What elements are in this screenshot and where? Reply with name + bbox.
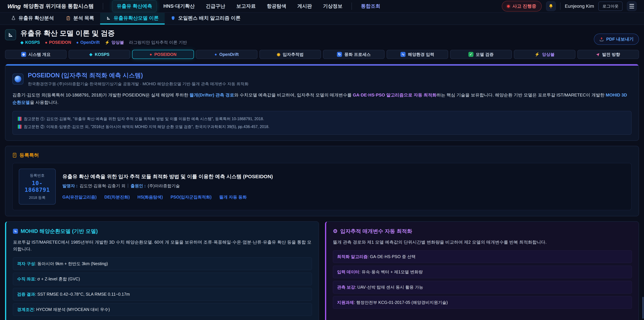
rocket-icon: ➤ bbox=[595, 52, 601, 57]
patent-card: 등록번호 10-1868791 2018 등록 유출유 확산 예측을 위한 입자… bbox=[12, 163, 632, 210]
spec-row: 경계조건: HYCOM 재분석 (MYOCEAN 대비 우수) bbox=[13, 303, 312, 316]
tab-diffusion-model-theory[interactable]: 유출유확산모델 이론 bbox=[100, 13, 165, 25]
divider bbox=[103, 3, 103, 10]
section-pill-kosps[interactable]: ◆ KOSPS bbox=[68, 50, 130, 59]
patent-title: 유출유 확산 예측을 위한 입자 추적 모듈 최적화 방법 및 이를 이용한 예… bbox=[62, 173, 273, 180]
scrollbar-thumb[interactable] bbox=[642, 297, 644, 319]
section-pill-model-validation[interactable]: ✓ 모델 검증 bbox=[450, 50, 512, 59]
incident-dot-icon bbox=[507, 5, 510, 8]
app-logo: Wing bbox=[8, 3, 21, 10]
tab-oil-fence-algorithm-theory[interactable]: 오일펜스 배치 알고리즘 이론 bbox=[165, 13, 246, 25]
spec-row: 격자 구성: 동아시아 9km + 한반도 3km (Nesting) bbox=[13, 257, 312, 270]
scrollbar[interactable] bbox=[642, 0, 644, 320]
wave-icon: ∿ bbox=[400, 52, 406, 57]
brand: Wing 해양환경 위기대응 통합시스템 bbox=[8, 3, 94, 10]
patent-meta: 발명자 : 김도연·김용혁·김충기 외 | 출원인 : (주)아라종합기술 bbox=[62, 183, 273, 189]
patent-section: 등록특허 등록번호 10-1868791 2018 등록 유출유 확산 예측을 … bbox=[5, 146, 639, 216]
incident-label: 사고 진행중 bbox=[512, 3, 536, 9]
section-pill-particle-tracking[interactable]: ◉ 입자추적법 bbox=[260, 50, 321, 59]
spec-row: 입력 데이터: 유속·풍속 벡터 + 제1모델 변화량 bbox=[333, 266, 632, 278]
app-title: 해양환경 위기대응 통합시스템 bbox=[23, 3, 94, 10]
page-title: 유출유 확산 모델 이론 및 검증 bbox=[20, 29, 187, 37]
shield-icon bbox=[171, 16, 176, 21]
tag-de[interactable]: DE(차분진화) bbox=[104, 194, 130, 200]
set-square-icon bbox=[106, 16, 111, 21]
mohid-card-title: ∿ MOHID 해양순환모델 (기반 모델) bbox=[13, 228, 312, 235]
nav-aerial-search[interactable]: 항공탐색 bbox=[262, 1, 291, 12]
page-set-square-icon bbox=[5, 29, 16, 40]
tag-pso[interactable]: PSO(입자군집최적화) bbox=[170, 194, 212, 200]
poseidon-section: POSEIDON (입자추적 최적화 예측 시스템) 한국환경연구원·(주)아라… bbox=[5, 64, 639, 141]
menu-icon bbox=[630, 4, 634, 5]
mohid-description: 포르투갈 IST/MARETEC에서 1985년부터 개발한 3D 수치 해양순… bbox=[13, 239, 312, 253]
patent-number: 10-1868791 bbox=[22, 180, 53, 193]
poseidon-subtitle: 한국환경연구원·(주)아라종합기술·한국해양기상기술 공동개발 · MOHID … bbox=[28, 81, 248, 87]
diamond-icon: ◆ bbox=[90, 52, 92, 57]
reference-item: 참고문헌 ②: 이재호·임병준·김도연 외, "2016년 동아시아 해역의 M… bbox=[18, 123, 626, 131]
sphere-icon bbox=[12, 74, 24, 85]
hamburger-menu-button[interactable] bbox=[627, 1, 636, 11]
compass-icon: ◉ bbox=[277, 52, 280, 57]
nav-oil-spill-prediction[interactable]: 유출유 확산예측 bbox=[112, 0, 157, 12]
nav-reports[interactable]: 보고자료 bbox=[232, 1, 260, 12]
pdf-export-button[interactable]: PDF 내보내기 bbox=[594, 34, 639, 45]
nav-integrated-search[interactable]: 통합조회 bbox=[356, 1, 385, 12]
nav-weather-info[interactable]: 기상정보 bbox=[319, 1, 347, 12]
section-pill-weathering-process[interactable]: ↻ 풍화 프로세스 bbox=[323, 50, 384, 59]
lightning-icon: ⚡ bbox=[535, 52, 540, 57]
section-pill-future-direction[interactable]: ➤ 발전 방향 bbox=[578, 50, 639, 59]
divider bbox=[560, 3, 560, 10]
spec-row: 수직 좌표: σ + Z-level 혼합 (GVC) bbox=[13, 273, 312, 285]
dot-icon: ● bbox=[214, 52, 217, 57]
section-nav: ⊕ 시스템 개요 ◆ KOSPS ● POSEIDON ● OpenDrift … bbox=[5, 50, 639, 59]
reference-item: 참고문헌 ①: 김도연·김봉혁, "유출유 확산 예측을 위한 입자 추적 모듈… bbox=[18, 115, 626, 123]
patent-detail: 유출유 확산 예측을 위한 입자 추적 모듈 최적화 방법 및 이를 이용한 예… bbox=[62, 173, 273, 200]
tag-drifter-assimilation[interactable]: 뜰개 자동 동화 bbox=[219, 194, 247, 200]
model-badge-row: ◆KOSPS ●POSEIDON ●OpenDrift ⚡앙상블 라그랑지안 입… bbox=[20, 40, 187, 45]
dot-icon: ● bbox=[150, 52, 152, 57]
patent-number-badge: 등록번호 10-1868791 2018 등록 bbox=[19, 169, 56, 205]
export-icon bbox=[599, 37, 604, 42]
section-pill-ocean-env-input[interactable]: ∿ 해양환경 입력 bbox=[386, 50, 448, 59]
optimization-spec-rows: 최적화 알고리즘: GA·DE·HS·PSO 중 선택 입력 데이터: 유속·풍… bbox=[333, 250, 632, 309]
clipboard-icon bbox=[66, 16, 70, 21]
tag-hs[interactable]: HS(화음탐색) bbox=[138, 194, 163, 200]
patent-year: 2018 등록 bbox=[22, 195, 53, 200]
optimization-card-title: ⚙ 입자추적 매개변수 자동 최적화 bbox=[333, 228, 632, 235]
user-name: Eunjeong Kim bbox=[565, 4, 594, 9]
dot-icon: ● bbox=[45, 40, 48, 45]
references-box: 참고문헌 ①: 김도연·김봉혁, "유출유 확산 예측을 위한 입자 추적 모듈… bbox=[12, 111, 632, 135]
nav-hns-atmos[interactable]: HNS·대기확산 bbox=[159, 1, 199, 12]
main-content: 유출유 확산 모델 이론 및 검증 ◆KOSPS ●POSEIDON ●Open… bbox=[0, 25, 644, 320]
books-icon bbox=[18, 125, 22, 129]
nav-emergency-rescue[interactable]: 긴급구난 bbox=[202, 1, 230, 12]
logout-button[interactable]: 로그아웃 bbox=[598, 2, 622, 11]
page-header: 유출유 확산 모델 이론 및 검증 ◆KOSPS ●POSEIDON ●Open… bbox=[5, 29, 639, 45]
gear-icon: ⚙ bbox=[333, 228, 338, 234]
globe-icon: ⊕ bbox=[21, 52, 26, 57]
section-pill-poseidon[interactable]: ● POSEIDON bbox=[132, 50, 194, 59]
topnav-right: 사고 진행중 Eunjeong Kim 로그아웃 bbox=[502, 1, 636, 12]
optimization-description: 뜰개 관측 경로와 제1 모델 예측값의 단위시간별 변화량을 비교하여 제2 … bbox=[333, 239, 632, 246]
opendrift-badge: ●OpenDrift bbox=[76, 40, 100, 45]
tab-analysis-list[interactable]: 분석 목록 bbox=[60, 13, 100, 25]
spec-row: 지원과제: 행정안전부 KCG-01-2017-05 (해양경비지원기술) bbox=[333, 296, 632, 309]
notifications-button[interactable] bbox=[546, 1, 556, 11]
section-pill-system-overview[interactable]: ⊕ 시스템 개요 bbox=[5, 50, 66, 59]
section-pill-opendrift[interactable]: ● OpenDrift bbox=[196, 50, 258, 59]
tag-ga[interactable]: GA(유전알고리즘) bbox=[62, 194, 96, 200]
tab-spill-analysis[interactable]: 유출유 확산분석 bbox=[5, 13, 60, 25]
wave-icon: ∿ bbox=[13, 229, 18, 234]
kosps-badge: ◆KOSPS bbox=[20, 40, 40, 45]
spec-row: 최적화 알고리즘: GA·DE·HS·PSO 중 선택 bbox=[333, 250, 632, 263]
poseidon-description: 김충기·김도연 외(등록특허 10-1868791, 2018)가 개발한 PO… bbox=[12, 91, 632, 106]
section-pill-ensemble[interactable]: ⚡ 앙상블 bbox=[514, 50, 576, 59]
page-title-block: 유출유 확산 모델 이론 및 검증 ◆KOSPS ●POSEIDON ●Open… bbox=[20, 29, 187, 45]
poseidon-title: POSEIDON (입자추적 최적화 예측 시스템) bbox=[28, 71, 248, 80]
highlight-drifter-path: 뜰개(Drifter) 관측 경로 bbox=[190, 93, 234, 98]
app-root: Wing 해양환경 위기대응 통합시스템 유출유 확산예측 HNS·대기확산 긴… bbox=[0, 0, 644, 320]
main-menu: 유출유 확산예측 HNS·대기확산 긴급구난 보고자료 항공탐색 게시판 기상정… bbox=[112, 0, 497, 12]
gradient-accent-bar bbox=[5, 64, 639, 66]
incident-status-badge: 사고 진행중 bbox=[502, 1, 542, 12]
nav-board[interactable]: 게시판 bbox=[293, 1, 316, 12]
